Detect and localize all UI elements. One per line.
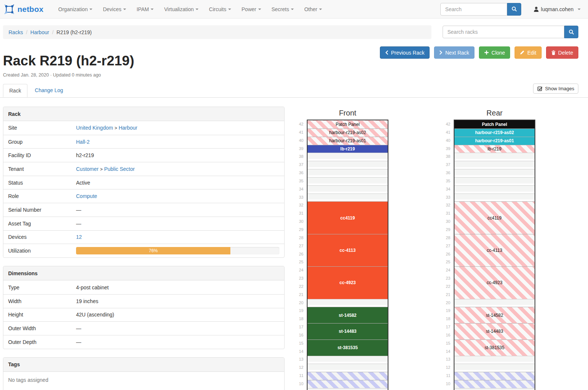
value-link[interactable]: Customer [76, 166, 99, 172]
previous-rack-button[interactable]: Previous Rack [380, 46, 430, 59]
unit-number: 12 [295, 364, 307, 372]
unit-number: 25 [295, 258, 307, 266]
rack-device-patch-panel[interactable]: Patch Panel [308, 120, 388, 129]
rack-device-lb-r219[interactable]: lb-r219 [308, 145, 388, 153]
rack-device-harbour-r219-as01[interactable]: harbour-r219-as01 [308, 137, 388, 145]
nav-item-virtualization[interactable]: Virtualization [159, 6, 204, 12]
username: luqman.cohen [541, 6, 574, 12]
device-label: harbour-r219-as02 [475, 130, 514, 135]
netbox-logo-icon [4, 4, 15, 15]
value-link[interactable]: Compute [76, 193, 97, 199]
show-images-button[interactable]: Show Images [533, 84, 578, 94]
attr-label: Role [3, 190, 76, 202]
netbox-logo[interactable]: netbox [4, 4, 43, 15]
unit-number: 28 [442, 234, 454, 242]
device-label: cc-4113 [339, 248, 355, 253]
attr-row-serial-number: Serial Number— [3, 203, 284, 217]
value-link[interactable]: Hall-2 [76, 139, 90, 145]
rack-device-cc-4113[interactable]: cc-4113 [308, 234, 388, 266]
value-link[interactable]: Public Sector [104, 166, 135, 172]
nav-item-circuits[interactable]: Circuits [204, 6, 236, 12]
global-search-button[interactable] [507, 3, 521, 16]
rack-unit-empty [454, 153, 535, 161]
nav-item-power[interactable]: Power [236, 6, 266, 12]
attr-value: — [76, 204, 284, 216]
unit-number: 38 [442, 153, 454, 161]
rack-device-st-14483[interactable]: st-14483 [308, 323, 388, 339]
unit-number: 31 [295, 209, 307, 218]
attr-row-height: Height42U (ascending) [3, 308, 284, 322]
unit-number: 17 [442, 323, 454, 331]
rack-device-st-381535[interactable]: st-381535 [454, 339, 535, 356]
nav-item-ipam[interactable]: IPAM [131, 6, 159, 12]
breadcrumb-item[interactable]: Harbour [30, 29, 49, 35]
rack-device-st-381535[interactable]: st-381535 [308, 339, 388, 356]
unit-number: 16 [442, 331, 454, 339]
rack-device-lb-r219[interactable]: lb-r219 [454, 145, 535, 153]
value-text: Active [76, 180, 90, 186]
attr-row-facility-id: Facility IDh2-r219 [3, 148, 284, 162]
device-label: Patch Panel [336, 122, 360, 127]
chevron-down-icon [123, 9, 126, 10]
attr-label: Devices [3, 231, 76, 243]
attr-label: Width [3, 295, 76, 307]
rack-device-st-14582[interactable]: st-14582 [454, 307, 535, 323]
tab-bar: Rack Change Log Show Images [0, 84, 588, 98]
unit-number: 20 [295, 299, 307, 307]
attr-label: Serial Number [3, 204, 76, 216]
nav-item-organization[interactable]: Organization [53, 6, 98, 12]
unit-number: 15 [442, 339, 454, 348]
rack-device-harbour-r219-as01[interactable]: harbour-r219-as01 [454, 137, 535, 145]
rack-device-harbour-r219-as02[interactable]: harbour-r219-as02 [308, 129, 388, 137]
device-label: harbour-r219-as02 [329, 130, 366, 135]
action-buttons: Previous RackNext RackCloneEditDelete [380, 46, 578, 59]
clone-button[interactable]: Clone [479, 46, 510, 59]
tags-panel: Tags No tags assigned [3, 357, 285, 390]
device-label: cc-4113 [487, 248, 502, 253]
tab-rack[interactable]: Rack [3, 84, 27, 97]
rack-unit-empty [454, 194, 535, 202]
rack-device-cc4119[interactable]: cc4119 [308, 201, 388, 234]
value-text: 19 inches [76, 298, 98, 304]
rack-device-harbour-r219-as02[interactable]: harbour-r219-as02 [454, 129, 535, 137]
attr-value: — [76, 218, 284, 230]
rack-unit-empty [308, 185, 388, 194]
nav-item-secrets[interactable]: Secrets [266, 6, 299, 12]
delete-button[interactable]: Delete [546, 46, 578, 59]
search-icon [512, 6, 517, 12]
tab-change-log[interactable]: Change Log [29, 84, 69, 97]
value-text: — [76, 207, 81, 213]
rack-search-input[interactable] [443, 26, 564, 38]
rack-device-cc-4923[interactable]: cc-4923 [308, 266, 388, 299]
edit-button[interactable]: Edit [515, 46, 541, 59]
rack-search-button[interactable] [564, 26, 578, 38]
front-elevation: Front 4241403938373635343332313029282726… [295, 109, 391, 390]
attr-label: Facility ID [3, 149, 76, 161]
rear-elevation: Rear 42414039383736353433323130292827262… [442, 109, 538, 390]
nav-item-devices[interactable]: Devices [98, 6, 131, 12]
created-updated-meta: Created Jan. 28, 2020 · Updated 0 minute… [3, 72, 588, 78]
brand-name: netbox [17, 5, 43, 14]
chevron-down-icon [319, 9, 322, 10]
rack-unit-empty [454, 364, 535, 372]
rack-device-patch-panel[interactable]: Patch Panel [454, 120, 535, 129]
rack-device-st-14582[interactable]: st-14582 [308, 307, 388, 323]
nav-item-other[interactable]: Other [299, 6, 327, 12]
device-label: st-14582 [339, 313, 357, 318]
nav-item-label: Organization [58, 6, 88, 12]
nav-item-label: Other [304, 6, 317, 12]
rack-device-cc4119[interactable]: cc4119 [454, 201, 535, 234]
rack-device-cc-4113[interactable]: cc-4113 [454, 234, 535, 266]
unit-number: 15 [295, 339, 307, 348]
rack-device-cc-4923[interactable]: cc-4923 [454, 266, 535, 299]
value-link[interactable]: Harbour [119, 125, 138, 131]
value-link[interactable]: 12 [76, 234, 82, 240]
user-menu[interactable]: luqman.cohen [534, 6, 581, 12]
device-label: st-381535 [484, 345, 504, 350]
next-rack-button[interactable]: Next Rack [434, 46, 474, 59]
unit-number: 18 [295, 315, 307, 323]
rack-device-st-14483[interactable]: st-14483 [454, 323, 535, 339]
breadcrumb-item[interactable]: Racks [9, 29, 23, 35]
global-search-input[interactable] [440, 3, 507, 16]
value-link[interactable]: United Kingdom [76, 125, 113, 131]
